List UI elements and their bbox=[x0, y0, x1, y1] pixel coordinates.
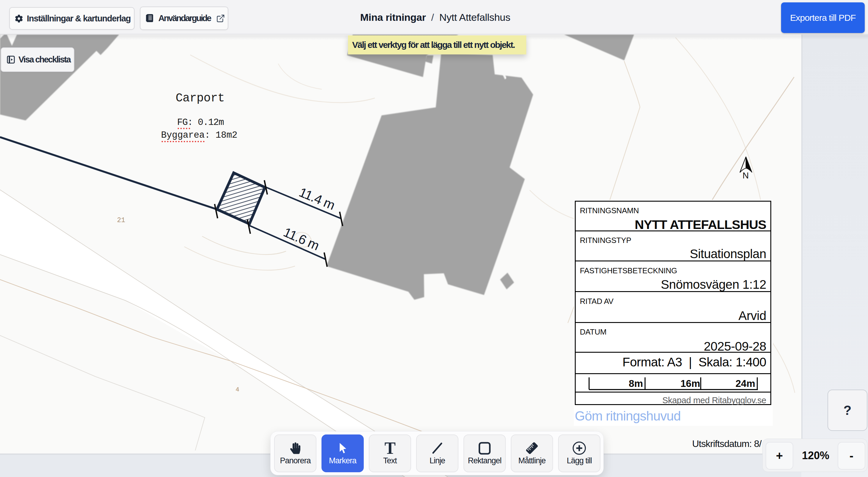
svg-text:FG: 0.12m: FG: 0.12m bbox=[177, 117, 224, 128]
svg-text:Byggarea: 18m2: Byggarea: 18m2 bbox=[161, 130, 237, 140]
svg-text:8m: 8m bbox=[629, 378, 643, 389]
svg-text:Carport: Carport bbox=[176, 92, 225, 105]
svg-text:16m: 16m bbox=[680, 378, 700, 389]
svg-text:4: 4 bbox=[236, 386, 239, 393]
svg-text:24m: 24m bbox=[736, 378, 755, 389]
svg-text:N: N bbox=[743, 171, 749, 180]
svg-text:21: 21 bbox=[117, 216, 125, 224]
